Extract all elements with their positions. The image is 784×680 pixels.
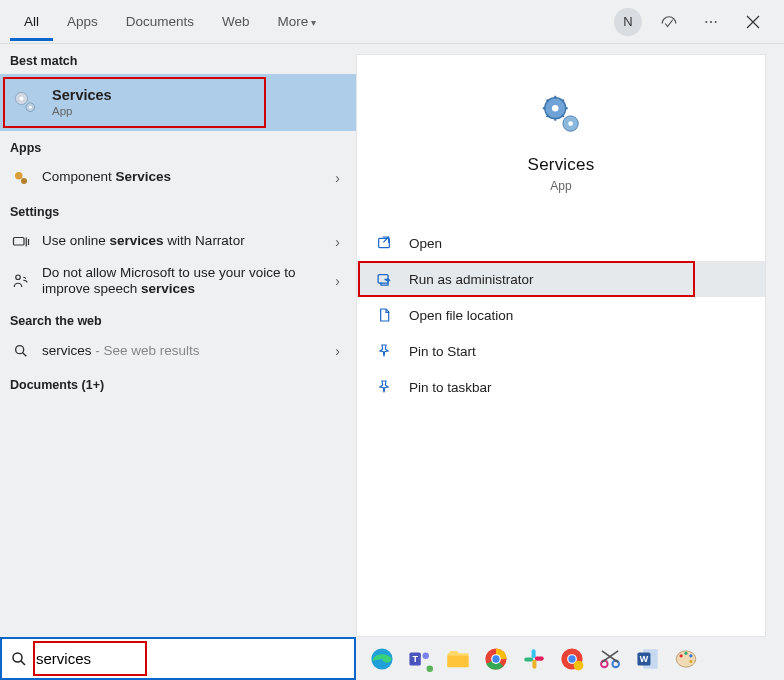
action-run-as-administrator[interactable]: Run as administrator (357, 261, 765, 297)
setting-narrator-services[interactable]: Use online services with Narrator › (0, 225, 356, 259)
taskbar-snip-icon[interactable] (596, 645, 624, 673)
settings-heading: Settings (0, 195, 356, 225)
chevron-right-icon: › (335, 170, 346, 186)
search-input[interactable] (36, 650, 346, 667)
taskbar-apps: T W (356, 637, 784, 680)
results-panel: Best match Services App Apps Component S… (0, 44, 356, 637)
search-box[interactable] (0, 637, 356, 680)
svg-point-6 (29, 106, 32, 109)
svg-rect-30 (532, 659, 536, 668)
svg-point-34 (568, 655, 575, 662)
svg-rect-28 (532, 649, 536, 658)
preview-actions: Open Run as administrator Open file loca… (357, 217, 765, 413)
app-label: Component Services (42, 169, 335, 186)
documents-heading: Documents (1+) (0, 368, 356, 398)
chevron-right-icon: › (335, 234, 346, 250)
taskbar-chrome-icon[interactable] (482, 645, 510, 673)
svg-rect-9 (14, 237, 25, 245)
web-result-services[interactable]: services - See web results › (0, 334, 356, 368)
action-pin-to-taskbar[interactable]: Pin to taskbar (357, 369, 765, 405)
services-icon (10, 87, 40, 117)
taskbar-paint-icon[interactable] (672, 645, 700, 673)
action-pin-to-start[interactable]: Pin to Start (357, 333, 765, 369)
action-label: Pin to taskbar (409, 380, 492, 395)
svg-point-8 (21, 178, 27, 184)
setting-label: Do not allow Microsoft to use your voice… (42, 265, 335, 299)
app-component-services[interactable]: Component Services › (0, 161, 356, 195)
svg-point-2 (715, 20, 717, 22)
tab-documents[interactable]: Documents (112, 3, 208, 41)
taskbar-row: T W (0, 637, 784, 680)
svg-point-13 (552, 105, 559, 112)
svg-point-4 (20, 97, 24, 101)
action-label: Open file location (409, 308, 513, 323)
svg-point-18 (13, 653, 22, 662)
action-label: Pin to Start (409, 344, 476, 359)
feedback-icon[interactable] (654, 7, 684, 37)
pin-taskbar-icon (375, 378, 393, 396)
taskbar-edge-icon[interactable] (368, 645, 396, 673)
services-hero-icon (538, 91, 584, 137)
svg-point-11 (16, 346, 24, 354)
svg-rect-29 (524, 657, 533, 661)
taskbar-chrome-profile-icon[interactable] (558, 645, 586, 673)
best-match-title: Services (52, 86, 346, 104)
open-icon (375, 234, 393, 252)
svg-point-44 (689, 654, 692, 657)
speech-icon (10, 270, 32, 292)
svg-point-22 (422, 652, 429, 659)
svg-rect-31 (535, 656, 544, 660)
svg-point-15 (568, 121, 573, 126)
taskbar-teams-icon[interactable]: T (406, 645, 434, 673)
web-heading: Search the web (0, 304, 356, 334)
svg-point-10 (16, 275, 21, 280)
svg-point-35 (574, 660, 584, 670)
best-match-subtitle: App (52, 104, 346, 118)
svg-rect-24 (447, 655, 468, 666)
svg-point-27 (492, 655, 499, 662)
tab-more[interactable]: More (264, 3, 331, 41)
svg-point-42 (680, 654, 683, 657)
search-icon (10, 650, 28, 668)
svg-point-0 (705, 20, 707, 22)
action-label: Open (409, 236, 442, 251)
narrator-icon (10, 231, 32, 253)
component-services-icon (10, 167, 32, 189)
run-admin-icon (375, 270, 393, 288)
svg-point-1 (710, 20, 712, 22)
tab-all[interactable]: All (10, 3, 53, 41)
web-label: services - See web results (42, 343, 335, 360)
tab-apps[interactable]: Apps (53, 3, 112, 41)
pin-start-icon (375, 342, 393, 360)
taskbar-explorer-icon[interactable] (444, 645, 472, 673)
search-tabs: All Apps Documents Web More N (0, 0, 784, 44)
close-button[interactable] (738, 7, 768, 37)
best-match-heading: Best match (0, 44, 356, 74)
svg-point-45 (689, 659, 692, 662)
action-open[interactable]: Open (357, 225, 765, 261)
chevron-right-icon: › (335, 273, 346, 289)
action-label: Run as administrator (409, 272, 534, 287)
search-icon (10, 340, 32, 362)
user-avatar[interactable]: N (614, 8, 642, 36)
preview-title: Services (528, 155, 595, 175)
setting-label: Use online services with Narrator (42, 233, 335, 250)
file-location-icon (375, 306, 393, 324)
svg-point-43 (684, 651, 687, 654)
taskbar-word-icon[interactable]: W (634, 645, 662, 673)
svg-point-7 (15, 172, 23, 180)
setting-speech-services[interactable]: Do not allow Microsoft to use your voice… (0, 259, 356, 305)
apps-heading: Apps (0, 131, 356, 161)
preview-subtitle: App (550, 179, 571, 193)
chevron-right-icon: › (335, 343, 346, 359)
svg-text:T: T (412, 654, 418, 664)
action-open-file-location[interactable]: Open file location (357, 297, 765, 333)
best-match-services[interactable]: Services App (0, 74, 356, 131)
svg-point-23 (427, 665, 434, 672)
svg-rect-17 (378, 274, 388, 283)
svg-text:W: W (640, 654, 649, 664)
taskbar-slack-icon[interactable] (520, 645, 548, 673)
svg-rect-16 (379, 238, 390, 247)
tab-web[interactable]: Web (208, 3, 264, 41)
more-options-icon[interactable] (696, 7, 726, 37)
